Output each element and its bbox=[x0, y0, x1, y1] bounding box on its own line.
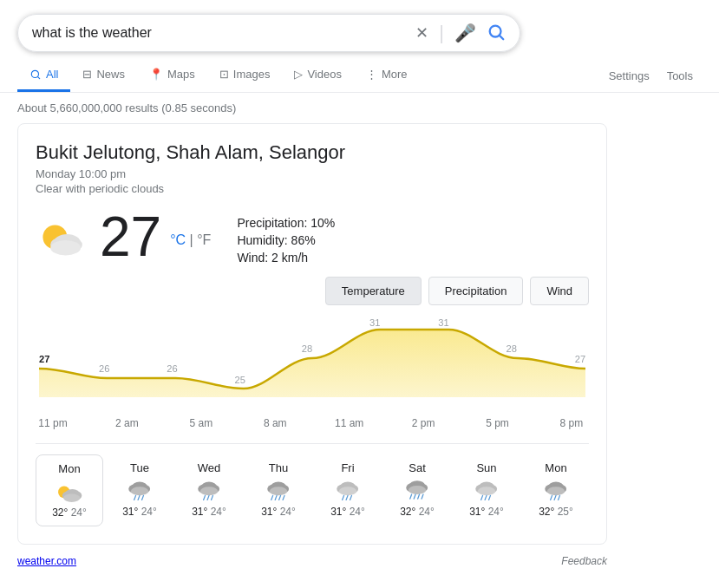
svg-line-43 bbox=[279, 495, 281, 500]
svg-line-35 bbox=[207, 495, 209, 500]
fahrenheit-link[interactable]: °F bbox=[197, 232, 211, 247]
day-low-4: 24° bbox=[350, 506, 365, 518]
search-bar: what is the weather ✕ | 🎤 bbox=[17, 14, 520, 52]
day-high-7: 32° bbox=[539, 506, 554, 518]
hour-label-0: 11 pm bbox=[36, 417, 70, 429]
svg-line-36 bbox=[212, 495, 213, 500]
tab-more-label: More bbox=[382, 68, 408, 81]
search-button[interactable] bbox=[487, 23, 506, 44]
svg-line-71 bbox=[551, 495, 552, 500]
day-icon-3 bbox=[264, 478, 293, 502]
day-temps-0: 32° 24° bbox=[52, 506, 87, 519]
nav-settings[interactable]: Settings bbox=[600, 61, 658, 91]
forecast-day-4[interactable]: Fri 31° 24° bbox=[315, 454, 381, 526]
forecast-day-0[interactable]: Mon 32° 24° bbox=[36, 454, 103, 526]
hour-label-5: 2 pm bbox=[406, 417, 441, 429]
clear-icon[interactable]: ✕ bbox=[415, 23, 428, 42]
svg-text:27: 27 bbox=[39, 354, 49, 364]
temp-value: 27 bbox=[100, 209, 161, 265]
svg-text:31: 31 bbox=[438, 319, 448, 328]
day-name-7: Mon bbox=[545, 461, 566, 474]
svg-point-26 bbox=[131, 487, 148, 495]
images-icon: ⊡ bbox=[219, 68, 229, 81]
search-tab-icon bbox=[29, 69, 42, 81]
feedback-link[interactable]: Feedback bbox=[561, 555, 607, 567]
svg-point-40 bbox=[270, 487, 287, 495]
svg-point-55 bbox=[409, 486, 426, 494]
day-temps-5: 32° 24° bbox=[400, 506, 435, 518]
weather-card: Bukit Jelutong, Shah Alam, Selangor Mond… bbox=[17, 123, 607, 545]
day-high-5: 32° bbox=[400, 506, 415, 518]
forecast-day-2[interactable]: Wed 31° 24° bbox=[176, 454, 242, 526]
search-bar-container: what is the weather ✕ | 🎤 bbox=[0, 0, 719, 52]
day-high-6: 31° bbox=[469, 506, 485, 518]
forecast-day-3[interactable]: Thu 31° 24° bbox=[245, 454, 311, 526]
results-count: About 5,660,000,000 results (0.85 second… bbox=[0, 93, 719, 123]
tab-maps-label: Maps bbox=[167, 68, 195, 81]
day-low-5: 24° bbox=[419, 506, 435, 518]
svg-line-1 bbox=[500, 36, 503, 39]
day-low-1: 24° bbox=[141, 506, 157, 518]
forecast-day-1[interactable]: Tue 31° 24° bbox=[107, 454, 173, 526]
weather-location: Bukit Jelutong, Shah Alam, Selangor bbox=[36, 141, 589, 164]
svg-line-42 bbox=[275, 495, 277, 500]
hour-label-4: 11 am bbox=[332, 417, 367, 429]
day-low-0: 24° bbox=[71, 506, 87, 519]
tab-videos[interactable]: ▷ Videos bbox=[282, 59, 354, 92]
svg-line-66 bbox=[489, 495, 491, 500]
nav-tools[interactable]: Tools bbox=[658, 61, 702, 91]
tab-all-label: All bbox=[46, 68, 58, 81]
day-icon-7 bbox=[541, 478, 571, 502]
day-icon-6 bbox=[472, 478, 501, 502]
forecast-day-6[interactable]: Sun 31° 24° bbox=[454, 454, 520, 526]
day-low-3: 24° bbox=[280, 506, 296, 518]
forecast-day-7[interactable]: Mon 32° 25° bbox=[523, 454, 589, 526]
hour-label-1: 2 am bbox=[109, 417, 144, 429]
svg-line-59 bbox=[422, 494, 423, 499]
day-icon-2 bbox=[194, 478, 224, 502]
svg-line-28 bbox=[138, 495, 140, 500]
hour-label-7: 8 pm bbox=[554, 417, 589, 429]
svg-point-63 bbox=[478, 487, 495, 495]
svg-line-58 bbox=[418, 494, 420, 499]
more-icon: ⋮ bbox=[366, 68, 377, 81]
day-name-2: Wed bbox=[198, 461, 221, 474]
svg-line-72 bbox=[554, 495, 556, 500]
svg-line-56 bbox=[410, 494, 412, 499]
temperature-chart: 27 26 26 25 28 31 31 28 27 bbox=[39, 319, 585, 397]
daily-forecast: Mon 32° 24° Tue bbox=[36, 443, 589, 526]
tab-news[interactable]: ⊟ News bbox=[70, 59, 137, 92]
precipitation-button[interactable]: Precipitation bbox=[428, 277, 524, 305]
search-input[interactable]: what is the weather bbox=[32, 25, 415, 41]
day-temps-6: 31° 24° bbox=[469, 506, 504, 518]
svg-point-48 bbox=[339, 487, 356, 495]
day-low-7: 25° bbox=[558, 506, 573, 518]
day-high-1: 31° bbox=[122, 506, 138, 518]
tab-maps[interactable]: 📍 Maps bbox=[137, 59, 207, 92]
maps-icon: 📍 bbox=[149, 68, 163, 81]
forecast-day-5[interactable]: Sat 32° 24° bbox=[384, 454, 450, 526]
temp-units: °C | °F bbox=[170, 232, 211, 248]
temperature-button[interactable]: Temperature bbox=[325, 277, 422, 305]
weather-source-link[interactable]: weather.com bbox=[17, 555, 76, 567]
day-icon-1 bbox=[125, 478, 154, 502]
weather-footer: weather.com Feedback bbox=[0, 545, 624, 567]
day-high-2: 31° bbox=[192, 506, 207, 518]
day-name-3: Thu bbox=[269, 461, 288, 474]
precipitation-detail: Precipitation: 10% bbox=[237, 216, 335, 230]
svg-line-41 bbox=[271, 495, 273, 500]
svg-text:26: 26 bbox=[167, 363, 177, 374]
day-name-1: Tue bbox=[130, 461, 149, 474]
tab-all[interactable]: All bbox=[17, 59, 70, 92]
svg-line-64 bbox=[481, 495, 483, 500]
videos-icon: ▷ bbox=[294, 68, 303, 81]
wind-button[interactable]: Wind bbox=[530, 277, 589, 305]
svg-text:26: 26 bbox=[99, 363, 109, 374]
tab-images[interactable]: ⊡ Images bbox=[207, 59, 283, 92]
tab-more[interactable]: ⋮ More bbox=[354, 59, 420, 92]
svg-line-51 bbox=[350, 495, 352, 500]
svg-line-27 bbox=[134, 495, 136, 500]
mic-icon[interactable]: 🎤 bbox=[454, 23, 476, 43]
celsius-link[interactable]: °C bbox=[170, 232, 186, 247]
news-icon: ⊟ bbox=[82, 68, 92, 81]
